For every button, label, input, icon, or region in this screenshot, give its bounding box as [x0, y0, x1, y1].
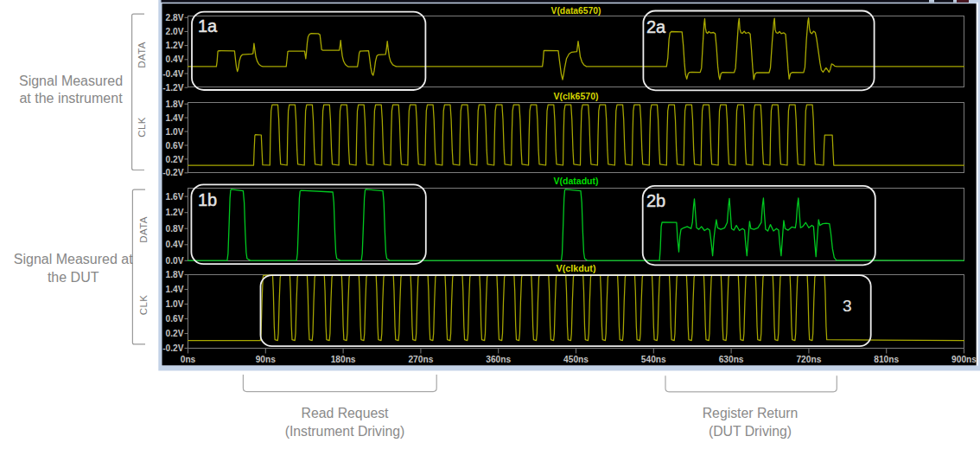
svg-text:3: 3: [843, 297, 852, 315]
svg-text:1.2V: 1.2V: [166, 208, 184, 217]
svg-text:-1.2V: -1.2V: [162, 83, 184, 93]
svg-text:720ns: 720ns: [796, 355, 821, 364]
svg-text:(Instrument Driving): (Instrument Driving): [285, 424, 405, 439]
svg-text:DATA: DATA: [138, 216, 149, 243]
svg-text:Signal Measured at: Signal Measured at: [14, 252, 133, 266]
svg-text:0.8V: 0.8V: [166, 224, 184, 234]
svg-text:450ns: 450ns: [563, 355, 589, 364]
svg-text:-0.4V: -0.4V: [162, 69, 184, 79]
svg-text:CLK: CLK: [137, 117, 147, 138]
svg-text:0.2V: 0.2V: [166, 155, 184, 164]
svg-text:0.6V: 0.6V: [166, 141, 184, 151]
svg-text:-0.2V: -0.2V: [162, 343, 184, 353]
svg-text:90ns: 90ns: [256, 355, 277, 364]
svg-text:0.4V: 0.4V: [166, 55, 184, 64]
svg-text:1.2V: 1.2V: [166, 41, 184, 50]
svg-text:540ns: 540ns: [641, 355, 666, 364]
svg-text:1.6V: 1.6V: [166, 192, 184, 202]
svg-text:V(data6570): V(data6570): [551, 5, 601, 16]
svg-text:2.0V: 2.0V: [166, 27, 184, 36]
svg-text:Signal Measured: Signal Measured: [19, 74, 123, 88]
svg-text:1.8V: 1.8V: [166, 270, 184, 279]
svg-text:DATA: DATA: [137, 42, 147, 68]
svg-text:(DUT Driving): (DUT Driving): [709, 424, 792, 439]
svg-text:Register Return: Register Return: [703, 406, 799, 420]
svg-text:1.4V: 1.4V: [166, 113, 184, 123]
svg-text:0.0V: 0.0V: [166, 256, 184, 266]
svg-text:1.8V: 1.8V: [166, 99, 184, 109]
svg-text:180ns: 180ns: [331, 355, 356, 364]
svg-text:2.8V: 2.8V: [166, 13, 184, 22]
svg-text:1b: 1b: [198, 190, 217, 209]
svg-text:-0.2V: -0.2V: [162, 168, 184, 177]
svg-text:1a: 1a: [198, 16, 218, 35]
svg-text:0ns: 0ns: [181, 355, 196, 364]
svg-text:0.4V: 0.4V: [166, 240, 184, 249]
svg-text:2b: 2b: [646, 191, 665, 210]
svg-text:270ns: 270ns: [408, 355, 433, 364]
svg-text:900ns: 900ns: [951, 355, 977, 364]
svg-text:V(clk6570): V(clk6570): [554, 91, 599, 101]
svg-text:the DUT: the DUT: [48, 270, 99, 285]
svg-text:1.0V: 1.0V: [166, 299, 184, 309]
svg-text:at the instrument: at the instrument: [19, 91, 123, 106]
svg-text:V(clkdut): V(clkdut): [557, 263, 596, 273]
svg-text:2a: 2a: [646, 17, 666, 36]
svg-text:1.4V: 1.4V: [166, 285, 184, 294]
svg-text:810ns: 810ns: [874, 355, 899, 364]
svg-text:630ns: 630ns: [719, 355, 744, 364]
svg-text:0.6V: 0.6V: [166, 314, 184, 324]
svg-text:V(datadut): V(datadut): [554, 176, 599, 186]
svg-text:0.2V: 0.2V: [166, 329, 184, 338]
svg-text:Read Request: Read Request: [302, 406, 390, 420]
svg-text:1.0V: 1.0V: [166, 127, 184, 137]
svg-text:CLK: CLK: [138, 295, 149, 316]
svg-text:360ns: 360ns: [486, 355, 511, 364]
